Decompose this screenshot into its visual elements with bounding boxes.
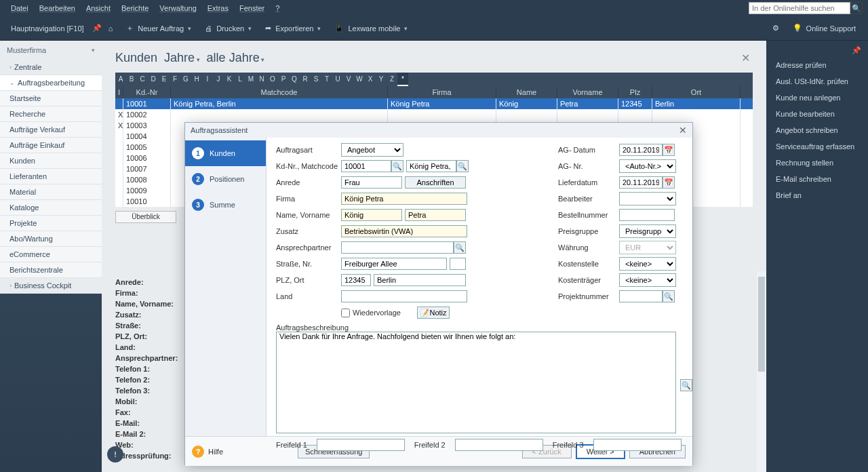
hausnr-input[interactable] bbox=[450, 258, 466, 270]
action-ausl-ust-idnr-pr-fen[interactable]: Ausl. USt-IdNr. prüfen bbox=[766, 73, 868, 90]
wizard-step-kunden[interactable]: 1Kunden bbox=[185, 140, 266, 166]
projektnr-input[interactable] bbox=[619, 290, 663, 302]
ansprechpartner-input[interactable] bbox=[341, 241, 454, 254]
help-search-button[interactable]: 🔍 bbox=[850, 2, 863, 14]
kdnr-lookup-button[interactable]: 🔍 bbox=[391, 160, 403, 172]
alpha-B[interactable]: B bbox=[126, 73, 137, 86]
alpha-F[interactable]: F bbox=[170, 73, 180, 86]
sidebar-item-ecommerce[interactable]: eCommerce bbox=[0, 247, 102, 262]
action-angebot-schreiben[interactable]: Angebot schreiben bbox=[766, 122, 868, 138]
lieferdatum-calendar-button[interactable]: 📅 bbox=[663, 176, 675, 189]
freifeld1-input[interactable] bbox=[317, 439, 405, 451]
help-search-input[interactable] bbox=[749, 2, 850, 14]
menu-extras[interactable]: Extras bbox=[202, 4, 234, 12]
settings-button[interactable]: ⚙ bbox=[766, 19, 786, 38]
alpha-N[interactable]: N bbox=[256, 73, 267, 86]
years-dropdown[interactable]: Jahre bbox=[164, 51, 200, 65]
kdnr-input[interactable] bbox=[341, 160, 391, 172]
new-order-button[interactable]: ＋Neuer Auftrag bbox=[119, 19, 198, 38]
sidebar-item-recherche[interactable]: Recherche bbox=[0, 106, 102, 122]
alpha-P[interactable]: P bbox=[278, 73, 289, 86]
wizard-close-button[interactable]: ✕ bbox=[679, 125, 687, 136]
menu-berichte[interactable]: Berichte bbox=[116, 4, 154, 12]
col-vorname[interactable]: Vorname bbox=[557, 86, 618, 98]
alpha-W[interactable]: W bbox=[354, 73, 365, 86]
kostenstelle-select[interactable]: <keine> bbox=[619, 257, 676, 271]
col-plz[interactable]: Plz bbox=[618, 86, 652, 98]
alpha-A[interactable]: A bbox=[115, 73, 126, 86]
export-button[interactable]: ➦Exportieren bbox=[258, 19, 328, 38]
land-input[interactable] bbox=[341, 290, 467, 302]
alpha-*[interactable]: * bbox=[397, 73, 408, 86]
alpha-V[interactable]: V bbox=[343, 73, 354, 86]
strasse-input[interactable] bbox=[341, 258, 447, 270]
col-ort[interactable]: Ort bbox=[652, 86, 741, 98]
action-e-mail-schreiben[interactable]: E-Mail schreiben bbox=[766, 171, 868, 187]
alpha-D[interactable]: D bbox=[148, 73, 159, 86]
alpha-M[interactable]: M bbox=[245, 73, 256, 86]
agdatum-calendar-button[interactable]: 📅 bbox=[663, 144, 675, 156]
sidebar-item-business-cockpit[interactable]: ›Business Cockpit bbox=[0, 278, 102, 294]
support-button[interactable]: 💡Online Support bbox=[786, 19, 863, 38]
anrede-input[interactable] bbox=[341, 176, 402, 189]
freifeld2-input[interactable] bbox=[455, 439, 543, 451]
sidebar-item-auftraege-verkauf[interactable]: Aufträge Verkauf bbox=[0, 122, 102, 138]
alpha-Y[interactable]: Y bbox=[376, 73, 387, 86]
action-kunde-bearbeiten[interactable]: Kunde bearbeiten bbox=[766, 106, 868, 122]
kostentraeger-select[interactable]: <keine> bbox=[619, 273, 676, 287]
sidebar-item-kataloge[interactable]: Kataloge bbox=[0, 200, 102, 216]
plz-input[interactable] bbox=[341, 274, 371, 286]
alpha-O[interactable]: O bbox=[267, 73, 278, 86]
alpha-K[interactable]: K bbox=[224, 73, 235, 86]
bearbeiter-select[interactable] bbox=[619, 192, 676, 205]
mobile-button[interactable]: 📱Lexware mobile bbox=[328, 19, 414, 38]
alpha-S[interactable]: S bbox=[311, 73, 321, 86]
home-button[interactable]: ⌂ bbox=[102, 19, 120, 38]
alpha-J[interactable]: J bbox=[213, 73, 224, 86]
main-nav-label[interactable]: Hauptnavigation [F10] bbox=[5, 22, 90, 35]
action-kunde-neu-anlegen[interactable]: Kunde neu anlegen bbox=[766, 90, 868, 106]
table-row[interactable]: X10002 bbox=[115, 109, 753, 120]
anschriften-button[interactable]: Anschriften bbox=[405, 176, 466, 189]
alpha-U[interactable]: U bbox=[332, 73, 343, 86]
action-adresse-pr-fen[interactable]: Adresse prüfen bbox=[766, 57, 868, 73]
col-kdnr[interactable]: Kd.-Nr bbox=[123, 86, 171, 98]
alpha-I[interactable]: I bbox=[202, 73, 213, 86]
wizard-step-positionen[interactable]: 2Positionen bbox=[185, 166, 266, 192]
preisgruppe-select[interactable]: Preisgruppe 1 bbox=[619, 224, 676, 238]
menu-fenster[interactable]: Fenster bbox=[234, 4, 270, 12]
hilfe-link[interactable]: Hilfe bbox=[208, 448, 223, 456]
menu-verwaltung[interactable]: Verwaltung bbox=[154, 4, 201, 12]
alpha-T[interactable]: T bbox=[321, 73, 332, 86]
alpha-H[interactable]: H bbox=[191, 73, 202, 86]
matchcode-input[interactable] bbox=[406, 160, 456, 172]
col-i[interactable]: I bbox=[115, 86, 123, 98]
col-firma[interactable]: Firma bbox=[388, 86, 496, 98]
beschreibung-zoom-button[interactable]: 🔍 bbox=[680, 379, 692, 391]
agdatum-input[interactable] bbox=[619, 144, 663, 156]
agnr-select[interactable]: <Auto-Nr.> bbox=[619, 159, 676, 173]
action-rechnung-stellen[interactable]: Rechnung stellen bbox=[766, 155, 868, 171]
firma-input[interactable] bbox=[341, 193, 467, 205]
alpha-E[interactable]: E bbox=[159, 73, 170, 86]
sidebar-item-material[interactable]: Material bbox=[0, 184, 102, 200]
ansprechpartner-lookup-button[interactable]: 🔍 bbox=[454, 241, 466, 254]
alpha-Z[interactable]: Z bbox=[387, 73, 397, 86]
alpha-R[interactable]: R bbox=[300, 73, 311, 86]
pin-icon[interactable]: 📌 bbox=[852, 46, 861, 55]
lieferdatum-input[interactable] bbox=[619, 176, 663, 189]
close-view-button[interactable]: ✕ bbox=[738, 49, 753, 67]
scrollbar[interactable] bbox=[757, 271, 766, 472]
menu-datei[interactable]: Datei bbox=[5, 4, 34, 12]
ort-input[interactable] bbox=[374, 274, 466, 286]
sidebar-item-berichtszentrale[interactable]: Berichtszentrale bbox=[0, 262, 102, 278]
zusatz-input[interactable] bbox=[341, 225, 467, 237]
alpha-C[interactable]: C bbox=[137, 73, 148, 86]
action-serviceauftrag-erfassen[interactable]: Serviceauftrag erfassen bbox=[766, 138, 868, 155]
col-name[interactable]: Name bbox=[496, 86, 557, 98]
auftragsart-select[interactable]: Angebot bbox=[341, 143, 403, 157]
sidebar-item-zentrale[interactable]: ›Zentrale bbox=[0, 60, 102, 75]
sidebar-item-auftraege-einkauf[interactable]: Aufträge Einkauf bbox=[0, 138, 102, 153]
freifeld3-input[interactable] bbox=[593, 439, 682, 451]
table-row[interactable]: 10001König Petra, BerlinKönig PetraKönig… bbox=[115, 98, 753, 109]
